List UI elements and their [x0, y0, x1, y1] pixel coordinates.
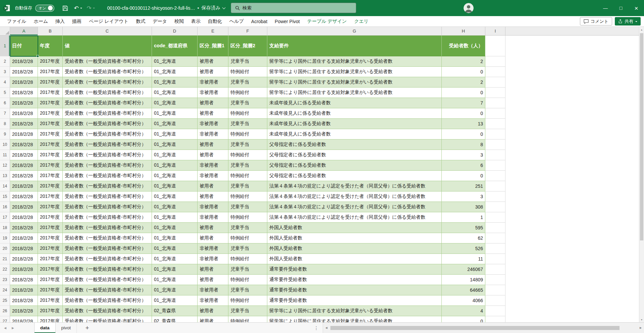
cell-H22[interactable]: 246067: [442, 264, 485, 275]
cell-H12[interactable]: 6: [442, 160, 485, 171]
row-header-15[interactable]: 15: [0, 191, 10, 202]
cell-D23[interactable]: 01_北海道: [152, 275, 198, 285]
cell-H26[interactable]: 4: [442, 306, 485, 316]
cell-C15[interactable]: 受給者数（一般受給資格者-市町村分）: [63, 191, 152, 202]
cell-B8[interactable]: 2017年度: [38, 119, 63, 129]
header-cell-E1[interactable]: 区分_階層1: [198, 36, 228, 56]
row-header-22[interactable]: 22: [0, 264, 10, 275]
cell-G20[interactable]: 外国人受給者数: [267, 243, 442, 254]
cell-F2[interactable]: 児童手当: [228, 56, 267, 67]
cell-A20[interactable]: 2018/2/28: [10, 243, 38, 254]
cell-F24[interactable]: 児童手当: [228, 285, 267, 295]
cell-E21[interactable]: 非被用者: [198, 254, 228, 264]
cell-D11[interactable]: 01_北海道: [152, 150, 198, 160]
row-header-4[interactable]: 4: [0, 77, 10, 88]
cell-H7[interactable]: 0: [442, 108, 485, 119]
cell-B9[interactable]: 2017年度: [38, 129, 63, 140]
cell-D26[interactable]: 02_青森県: [152, 306, 198, 316]
cell-A7[interactable]: 2018/2/28: [10, 108, 38, 119]
cell-D22[interactable]: 01_北海道: [152, 264, 198, 275]
cell-A23[interactable]: 2018/2/28: [10, 275, 38, 285]
column-header-I[interactable]: I: [485, 27, 505, 35]
cell-B17[interactable]: 2017年度: [38, 212, 63, 223]
cell-B24[interactable]: 2017年度: [38, 285, 63, 295]
column-header-E[interactable]: E: [198, 27, 228, 35]
cell-A26[interactable]: 2018/2/28: [10, 306, 38, 316]
cell-E24[interactable]: 非被用者: [198, 285, 228, 295]
header-cell-H1[interactable]: 受給者数（人）: [442, 36, 485, 56]
cell-F3[interactable]: 特例給付: [228, 67, 267, 77]
cell-B18[interactable]: 2017年度: [38, 223, 63, 233]
cell-A2[interactable]: 2018/2/28: [10, 56, 38, 67]
cell-I10[interactable]: [485, 140, 505, 150]
cell-G22[interactable]: 通常要件受給者数: [267, 264, 442, 275]
row-header-9[interactable]: 9: [0, 129, 10, 140]
cell-A18[interactable]: 2018/2/28: [10, 223, 38, 233]
cell-I26[interactable]: [485, 306, 505, 316]
cell-F23[interactable]: 特例給付: [228, 275, 267, 285]
cell-B4[interactable]: 2017年度: [38, 77, 63, 88]
cell-I21[interactable]: [485, 254, 505, 264]
cell-H16[interactable]: 308: [442, 202, 485, 212]
ribbon-tab-data[interactable]: データ: [149, 16, 171, 26]
horizontal-scrollbar[interactable]: ◀ ▶: [323, 323, 644, 333]
row-header-18[interactable]: 18: [0, 223, 10, 233]
cell-H19[interactable]: 62: [442, 233, 485, 243]
cell-I3[interactable]: [485, 67, 505, 77]
cell-G15[interactable]: 法第４条第４項の規定により認定を受けた者（同居父母）に係る受給者数: [267, 191, 442, 202]
cell-G8[interactable]: 未成年後見人に係る受給者数: [267, 119, 442, 129]
cell-I1[interactable]: [485, 36, 505, 56]
cell-E8[interactable]: 非被用者: [198, 119, 228, 129]
column-header-G[interactable]: G: [267, 27, 442, 35]
cell-D4[interactable]: 01_北海道: [152, 77, 198, 88]
cell-G10[interactable]: 父母指定者に係る受給者数: [267, 140, 442, 150]
cell-H21[interactable]: 11: [442, 254, 485, 264]
cell-G23[interactable]: 通常要件受給者数: [267, 275, 442, 285]
document-title[interactable]: 00100-cfa-00100112-shicyoson-2-full-lis……: [107, 5, 225, 11]
cell-C10[interactable]: 受給者数（一般受給資格者-市町村分）: [63, 140, 152, 150]
cell-C21[interactable]: 受給者数（一般受給資格者-市町村分）: [63, 254, 152, 264]
cell-A8[interactable]: 2018/2/28: [10, 119, 38, 129]
cell-H2[interactable]: 2: [442, 56, 485, 67]
cell-E12[interactable]: 非被用者: [198, 160, 228, 171]
cell-F26[interactable]: 児童手当: [228, 306, 267, 316]
cell-I22[interactable]: [485, 264, 505, 275]
sheet-tab-data[interactable]: data: [34, 323, 56, 333]
row-header-6[interactable]: 6: [0, 98, 10, 108]
row-header-25[interactable]: 25: [0, 295, 10, 306]
cell-H4[interactable]: 2: [442, 77, 485, 88]
maximize-button[interactable]: □: [613, 0, 629, 16]
ribbon-tab-view[interactable]: 表示: [187, 16, 204, 26]
cell-C11[interactable]: 受給者数（一般受給資格者-市町村分）: [63, 150, 152, 160]
cell-D15[interactable]: 01_北海道: [152, 191, 198, 202]
cell-D7[interactable]: 01_北海道: [152, 108, 198, 119]
row-header-17[interactable]: 17: [0, 212, 10, 223]
cell-E11[interactable]: 被用者: [198, 150, 228, 160]
cell-G17[interactable]: 法第４条第４項の規定により認定を受けた者（同居父母）に係る受給者数: [267, 212, 442, 223]
cell-F18[interactable]: 児童手当: [228, 223, 267, 233]
cell-H10[interactable]: 8: [442, 140, 485, 150]
row-header-14[interactable]: 14: [0, 181, 10, 191]
vertical-scroll-thumb[interactable]: [640, 33, 643, 240]
cell-H3[interactable]: 0: [442, 67, 485, 77]
undo-button[interactable]: ↶: [73, 3, 83, 13]
row-header-16[interactable]: 16: [0, 202, 10, 212]
vertical-scrollbar[interactable]: ▲ ▼: [639, 27, 644, 322]
add-sheet-button[interactable]: +: [82, 323, 92, 333]
cell-C12[interactable]: 受給者数（一般受給資格者-市町村分）: [63, 160, 152, 171]
cell-D24[interactable]: 01_北海道: [152, 285, 198, 295]
cell-G18[interactable]: 外国人受給者数: [267, 223, 442, 233]
cell-C24[interactable]: 受給者数（一般受給資格者-市町村分）: [63, 285, 152, 295]
cell-D21[interactable]: 01_北海道: [152, 254, 198, 264]
row-header-24[interactable]: 24: [0, 285, 10, 295]
excel-app-icon[interactable]: [0, 0, 13, 16]
cell-F16[interactable]: 児童手当: [228, 202, 267, 212]
sheet-nav-right[interactable]: ▶: [12, 326, 14, 330]
cell-A24[interactable]: 2018/2/28: [10, 285, 38, 295]
autosave-toggle[interactable]: オン: [35, 5, 54, 12]
cell-C19[interactable]: 受給者数（一般受給資格者-市町村分）: [63, 233, 152, 243]
ribbon-tab-home[interactable]: ホーム: [30, 16, 52, 26]
cell-D25[interactable]: 01_北海道: [152, 295, 198, 306]
cell-A22[interactable]: 2018/2/28: [10, 264, 38, 275]
cell-D2[interactable]: 01_北海道: [152, 56, 198, 67]
